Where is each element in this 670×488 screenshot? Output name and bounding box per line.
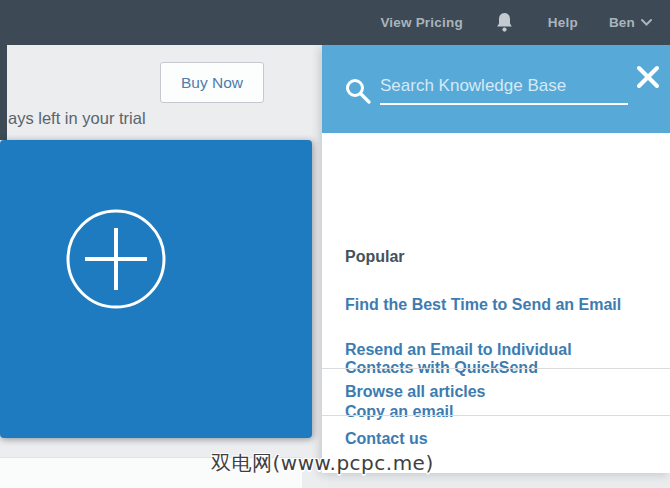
knowledge-base-panel: Popular Find the Best Time to Send an Em… xyxy=(322,45,670,473)
notifications-bell-icon[interactable] xyxy=(494,11,515,35)
divider xyxy=(322,415,670,416)
chevron-down-icon xyxy=(641,19,652,26)
plus-circle-icon xyxy=(64,207,168,311)
help-link[interactable]: Help xyxy=(548,15,578,30)
close-icon[interactable] xyxy=(636,65,660,89)
search-icon xyxy=(344,77,372,109)
kb-search-input[interactable] xyxy=(380,69,628,105)
top-bar: View Pricing Help Ben xyxy=(0,0,670,45)
kb-contact-us-link[interactable]: Contact us xyxy=(345,430,428,448)
kb-popular-heading: Popular xyxy=(345,248,405,266)
kb-search-header xyxy=(322,45,670,133)
left-nav-edge xyxy=(0,45,7,140)
kb-article-link[interactable]: Copy an email xyxy=(345,403,643,421)
user-name: Ben xyxy=(609,15,635,30)
kb-panel-body: Popular Find the Best Time to Send an Em… xyxy=(322,133,670,473)
watermark-text: 双电网(www.pcpc.me) xyxy=(211,450,434,477)
user-menu[interactable]: Ben xyxy=(609,15,652,30)
divider xyxy=(322,368,670,369)
trial-days-text: ays left in your trial xyxy=(8,109,146,128)
kb-article-link[interactable]: Find the Best Time to Send an Email xyxy=(345,296,643,314)
buy-now-button[interactable]: Buy Now xyxy=(160,62,264,103)
view-pricing-link[interactable]: View Pricing xyxy=(380,15,462,30)
kb-browse-all-link[interactable]: Browse all articles xyxy=(345,383,486,401)
kb-article-link[interactable]: Resend an Email to Individual Contacts w… xyxy=(345,341,643,377)
create-email-card[interactable]: Create a new email xyxy=(0,140,312,438)
trial-banner: ays left in your trial Buy Now xyxy=(7,45,320,120)
